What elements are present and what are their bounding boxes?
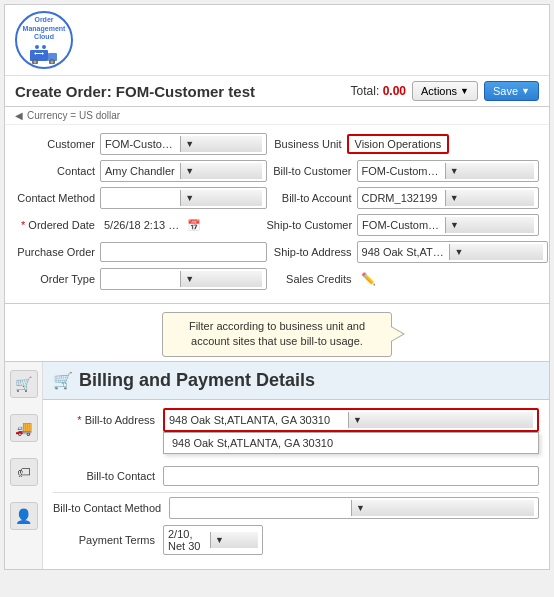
calendar-icon[interactable]: 📅 [187,219,263,232]
bill-to-address-label: Bill-to Address [53,414,163,426]
form-row-1: Customer FOM-Customer test ▼ Business Un… [15,133,539,155]
bill-to-contact-method-label: Bill-to Contact Method [53,502,169,514]
contact-dropdown-btn[interactable]: ▼ [180,163,261,179]
bill-to-account-input[interactable]: CDRM_132199 ▼ [357,187,539,209]
tag-icon[interactable]: 🏷 [10,458,38,486]
bill-to-contact-method-input[interactable]: ▼ [169,497,539,519]
payment-terms-input[interactable]: 2/10, Net 30 ▼ [163,525,263,555]
bill-to-contact-row: Bill-to Contact [53,466,539,486]
page-title-bar: Create Order: FOM-Customer test Total: 0… [5,76,549,107]
customer-field-col: Customer FOM-Customer test ▼ [15,133,267,155]
logo-icon-area: ⟷ [28,44,60,64]
person-icon[interactable]: 👤 [10,502,38,530]
billing-layout: 🛒 🚚 🏷 👤 🛒 Billing and Payment Details Bi… [5,362,549,569]
payment-terms-label: Payment Terms [53,534,163,546]
bill-to-contact-method-row: Bill-to Contact Method ▼ [53,497,539,519]
total-value: 0.00 [383,84,406,98]
ship-to-customer-input[interactable]: FOM-Customer test ▼ [357,214,539,236]
svg-point-6 [35,45,39,49]
form-row-6: Order Type ▼ Sales Credits ✏️ [15,268,539,290]
form-row-5: Purchase Order Ship-to Address 948 Oak S… [15,241,539,263]
page-title: Create Order: FOM-Customer test [15,83,255,100]
purchase-order-input[interactable] [100,242,267,262]
contact-input[interactable]: Amy Chandler ▼ [100,160,267,182]
ship-to-customer-field-col: Ship-to Customer FOM-Customer test ▼ [267,214,539,236]
top-header: Order Management Cloud ⟷ [5,5,549,76]
tooltip-area: Filter according to business unit and ac… [5,304,549,361]
contact-label: Contact [15,165,100,177]
customer-dropdown-btn[interactable]: ▼ [180,136,261,152]
bill-to-customer-field-col: Bill-to Customer FOM-Customer test ▼ [267,160,539,182]
bill-to-customer-dropdown-btn[interactable]: ▼ [445,163,534,179]
billing-sidebar-icons: 🛒 🚚 🏷 👤 [5,362,43,569]
bill-to-account-dropdown-btn[interactable]: ▼ [445,190,534,206]
form-row-2: Contact Amy Chandler ▼ Bill-to Customer … [15,160,539,182]
ordered-date-field-col: Ordered Date 5/26/18 2:13 PM 📅 [15,215,267,235]
bill-to-contact-method-dropdown-btn[interactable]: ▼ [351,500,534,516]
ordered-date-label: Ordered Date [15,219,100,231]
billing-form: Bill-to Address 948 Oak St,ATLANTA, GA 3… [43,400,549,569]
collapse-arrow-icon[interactable]: ◀ [15,110,23,121]
payment-terms-row: Payment Terms 2/10, Net 30 ▼ [53,525,539,555]
bill-to-address-input[interactable]: 948 Oak St,ATLANTA, GA 30310 ▼ [163,408,539,432]
bill-to-contact-input[interactable] [163,466,539,486]
bill-to-address-container: 948 Oak St,ATLANTA, GA 30310 ▼ 948 Oak S… [163,408,539,432]
total-label: Total: 0.00 [351,84,406,98]
billing-section: 🛒 🚚 🏷 👤 🛒 Billing and Payment Details Bi… [5,361,549,569]
order-type-input[interactable]: ▼ [100,268,267,290]
logo-text-line1: Order Management Cloud [23,16,66,41]
ordered-date-input[interactable]: 5/26/18 2:13 PM 📅 [100,215,267,235]
sales-credits-edit-icon[interactable]: ✏️ [361,272,376,286]
save-button[interactable]: Save ▼ [484,81,539,101]
svg-point-3 [34,60,37,63]
bill-to-account-label: Bill-to Account [267,192,357,204]
business-unit-field-col: Business Unit Vision Operations [267,134,539,154]
bill-to-customer-input[interactable]: FOM-Customer test ▼ [357,160,539,182]
ship-to-address-field-col: Ship-to Address 948 Oak St,ATLANTA, GA 3… [267,241,539,263]
purchase-order-field-col: Purchase Order [15,242,267,262]
order-type-field-col: Order Type ▼ [15,268,267,290]
svg-point-7 [42,45,46,49]
contact-method-field-col: Contact Method ▼ [15,187,267,209]
bill-to-address-dropdown-list: 948 Oak St,ATLANTA, GA 30310 [163,432,539,454]
bill-to-address-row: Bill-to Address 948 Oak St,ATLANTA, GA 3… [53,408,539,432]
contact-method-label: Contact Method [15,192,100,204]
cart-icon[interactable]: 🛒 [10,370,38,398]
ship-to-customer-dropdown-btn[interactable]: ▼ [445,217,534,233]
bill-to-address-dropdown-btn[interactable]: ▼ [348,412,533,428]
tooltip-arrow-inner-icon [391,327,403,341]
customer-label: Customer [15,138,100,150]
ship-to-customer-label: Ship-to Customer [267,219,358,231]
payment-terms-dropdown-btn[interactable]: ▼ [210,532,258,548]
title-actions: Total: 0.00 Actions ▼ Save ▼ [351,81,539,101]
svg-text:⟷: ⟷ [34,50,44,57]
svg-point-5 [51,60,54,63]
order-type-dropdown-btn[interactable]: ▼ [180,271,261,287]
bill-to-address-dropdown-item[interactable]: 948 Oak St,ATLANTA, GA 30310 [164,433,538,453]
truck-icon[interactable]: 🚚 [10,414,38,442]
billing-content: 🛒 Billing and Payment Details Bill-to Ad… [43,362,549,569]
customer-input[interactable]: FOM-Customer test ▼ [100,133,267,155]
actions-chevron-icon: ▼ [460,86,469,96]
save-chevron-icon: ▼ [521,86,530,96]
business-unit-input[interactable]: Vision Operations [347,134,450,154]
sales-credits-field-col: Sales Credits ✏️ [267,272,539,286]
ship-to-address-label: Ship-to Address [267,246,357,258]
contact-method-input[interactable]: ▼ [100,187,267,209]
ship-to-address-input[interactable]: 948 Oak St,ATLANTA, GA 30310 ▼ [357,241,549,263]
bill-to-contact-label: Bill-to Contact [53,470,163,482]
tooltip-box: Filter according to business unit and ac… [162,312,392,357]
form-row-4: Ordered Date 5/26/18 2:13 PM 📅 Ship-to C… [15,214,539,236]
contact-field-col: Contact Amy Chandler ▼ [15,160,267,182]
sales-credits-label: Sales Credits [267,273,357,285]
order-type-label: Order Type [15,273,100,285]
actions-button[interactable]: Actions ▼ [412,81,478,101]
ship-to-address-dropdown-btn[interactable]: ▼ [449,244,543,260]
business-unit-label: Business Unit [267,138,347,150]
currency-bar: ◀ Currency = US dollar [5,107,549,125]
contact-method-dropdown-btn[interactable]: ▼ [180,190,261,206]
billing-header: 🛒 Billing and Payment Details [43,362,549,400]
bill-to-account-field-col: Bill-to Account CDRM_132199 ▼ [267,187,539,209]
form-separator [53,492,539,493]
order-form: Customer FOM-Customer test ▼ Business Un… [5,125,549,304]
